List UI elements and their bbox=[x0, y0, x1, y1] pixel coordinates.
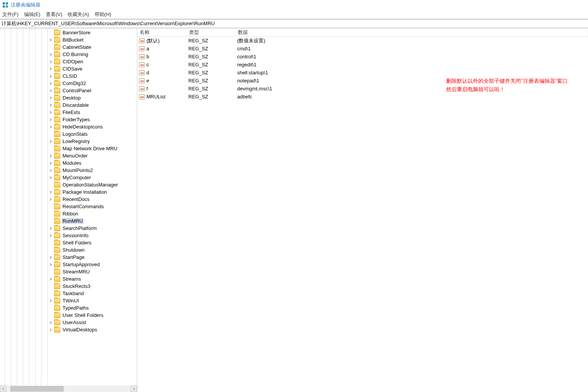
value-row[interactable]: abbREG_SZcontrol\1 bbox=[137, 53, 588, 61]
menu-help[interactable]: 帮助(H) bbox=[95, 11, 111, 18]
tree-item[interactable]: RecentDocs bbox=[0, 196, 137, 203]
tree-item[interactable]: SessionInfo bbox=[0, 232, 137, 239]
tree-item-label: RunMRU bbox=[62, 218, 84, 224]
column-type[interactable]: 类型 bbox=[187, 28, 236, 36]
chevron-right-icon[interactable] bbox=[48, 255, 53, 260]
value-data: shell:startup\1 bbox=[237, 70, 588, 76]
chevron-right-icon[interactable] bbox=[48, 37, 53, 43]
address-input[interactable] bbox=[2, 21, 586, 27]
chevron-right-icon[interactable] bbox=[48, 66, 53, 72]
chevron-right-icon[interactable] bbox=[48, 276, 53, 282]
tree-item-label: StartupApproved bbox=[62, 262, 101, 267]
tree-item[interactable]: FolderTypes bbox=[0, 116, 137, 123]
column-name[interactable]: 名称 bbox=[137, 28, 187, 36]
tree-item[interactable]: FileExts bbox=[0, 109, 137, 116]
svg-rect-2 bbox=[3, 5, 5, 8]
tree-item[interactable]: MenuOrder bbox=[0, 152, 137, 159]
chevron-right-icon[interactable] bbox=[48, 262, 53, 267]
tree-item[interactable]: LogonStats bbox=[0, 130, 137, 138]
chevron-right-icon[interactable] bbox=[48, 327, 53, 333]
tree-item[interactable]: BitBucket bbox=[0, 36, 137, 43]
tree-item[interactable]: CLSID bbox=[0, 72, 137, 80]
chevron-right-icon[interactable] bbox=[48, 95, 53, 101]
tree-item[interactable]: CabinetState bbox=[0, 43, 137, 51]
chevron-right-icon[interactable] bbox=[48, 226, 53, 231]
tree-horizontal-scrollbar[interactable] bbox=[0, 386, 137, 392]
menu-view[interactable]: 查看(V) bbox=[46, 11, 62, 18]
string-value-icon: ab bbox=[139, 78, 145, 84]
tree-item[interactable]: Ribbon bbox=[0, 210, 137, 217]
menubar: 文件(F) 编辑(E) 查看(V) 收藏夹(A) 帮助(H) bbox=[0, 10, 588, 19]
tree-item[interactable]: TypedPaths bbox=[0, 304, 137, 312]
chevron-right-icon[interactable] bbox=[48, 153, 53, 159]
value-row[interactable]: abcREG_SZregedit\1 bbox=[137, 61, 588, 69]
chevron-right-icon[interactable] bbox=[48, 233, 53, 238]
svg-text:ab: ab bbox=[140, 39, 144, 43]
scroll-left-button[interactable] bbox=[0, 386, 6, 392]
tree-item[interactable]: RestartCommands bbox=[0, 203, 137, 210]
tree-item[interactable]: SearchPlatform bbox=[0, 225, 137, 232]
tree-item[interactable]: StuckRects3 bbox=[0, 283, 137, 290]
tree-item[interactable]: HideDesktopIcons bbox=[0, 123, 137, 130]
chevron-right-icon[interactable] bbox=[48, 197, 53, 202]
menu-file[interactable]: 文件(F) bbox=[2, 11, 19, 18]
folder-icon bbox=[54, 240, 60, 246]
tree-item[interactable]: MountPoints2 bbox=[0, 167, 137, 174]
chevron-right-icon[interactable] bbox=[48, 175, 53, 180]
tree-item-label: RestartCommands bbox=[62, 204, 104, 209]
value-row[interactable]: abdREG_SZshell:startup\1 bbox=[137, 69, 588, 77]
chevron-right-icon[interactable] bbox=[48, 124, 53, 130]
scroll-track[interactable] bbox=[6, 386, 130, 392]
chevron-right-icon[interactable] bbox=[48, 59, 53, 64]
tree-item[interactable]: CD Burning bbox=[0, 51, 137, 58]
tree-item[interactable]: CIDSave bbox=[0, 65, 137, 72]
chevron-right-icon[interactable] bbox=[48, 81, 53, 86]
tree-item[interactable]: BannerStore bbox=[0, 29, 137, 36]
chevron-right-icon[interactable] bbox=[48, 161, 53, 166]
menu-favorites[interactable]: 收藏夹(A) bbox=[67, 11, 89, 18]
chevron-right-icon[interactable] bbox=[48, 190, 53, 195]
chevron-right-icon[interactable] bbox=[48, 88, 53, 93]
tree-scroll[interactable]: BannerStoreBitBucketCabinetStateCD Burni… bbox=[0, 28, 137, 386]
address-bar[interactable] bbox=[0, 19, 588, 28]
tree-item[interactable]: Streams bbox=[0, 275, 137, 283]
tree-item[interactable]: ComDlg32 bbox=[0, 80, 137, 87]
tree-item[interactable]: CIDOpen bbox=[0, 58, 137, 65]
tree-item[interactable]: Taskband bbox=[0, 290, 137, 297]
chevron-right-icon[interactable] bbox=[48, 117, 53, 122]
tree-item[interactable]: StartPage bbox=[0, 254, 137, 261]
tree-item[interactable]: User Shell Folders bbox=[0, 312, 137, 319]
tree-item[interactable]: Shell Folders bbox=[0, 239, 137, 246]
menu-edit[interactable]: 编辑(E) bbox=[24, 11, 40, 18]
chevron-right-icon[interactable] bbox=[48, 110, 53, 115]
scroll-thumb[interactable] bbox=[10, 386, 64, 392]
chevron-right-icon[interactable] bbox=[48, 103, 53, 108]
tree-item-label: OperationStatusManager bbox=[62, 182, 119, 188]
tree-item[interactable]: Modules bbox=[0, 159, 137, 167]
tree-item[interactable]: Package Installation bbox=[0, 188, 137, 196]
tree-item[interactable]: Discardable bbox=[0, 101, 137, 109]
value-row[interactable]: ab(默认)REG_SZ(数值未设置) bbox=[137, 37, 588, 45]
tree-item[interactable]: OperationStatusManager bbox=[0, 181, 137, 188]
chevron-right-icon[interactable] bbox=[48, 168, 53, 173]
tree-item[interactable]: RunMRU bbox=[0, 217, 137, 225]
chevron-right-icon[interactable] bbox=[48, 74, 53, 79]
tree-item[interactable]: StartupApproved bbox=[0, 261, 137, 268]
scroll-right-button[interactable] bbox=[130, 386, 137, 392]
tree-item[interactable]: Map Network Drive MRU bbox=[0, 145, 137, 152]
tree-item[interactable]: StreamMRU bbox=[0, 268, 137, 275]
chevron-right-icon[interactable] bbox=[48, 139, 53, 144]
tree-item[interactable]: UserAssist bbox=[0, 319, 137, 326]
tree-item[interactable]: Desktop bbox=[0, 94, 137, 101]
chevron-right-icon[interactable] bbox=[48, 52, 53, 57]
chevron-right-icon[interactable] bbox=[48, 320, 53, 325]
tree-item[interactable]: TWinUI bbox=[0, 297, 137, 304]
tree-item[interactable]: VirtualDesktops bbox=[0, 326, 137, 333]
tree-item[interactable]: ControlPanel bbox=[0, 87, 137, 94]
tree-item[interactable]: LowRegistry bbox=[0, 138, 137, 145]
tree-item[interactable]: Shutdown bbox=[0, 246, 137, 254]
column-data[interactable]: 数据 bbox=[236, 28, 588, 36]
tree-item[interactable]: MyComputer bbox=[0, 174, 137, 181]
chevron-right-icon[interactable] bbox=[48, 298, 53, 304]
value-row[interactable]: abaREG_SZcmd\1 bbox=[137, 45, 588, 53]
